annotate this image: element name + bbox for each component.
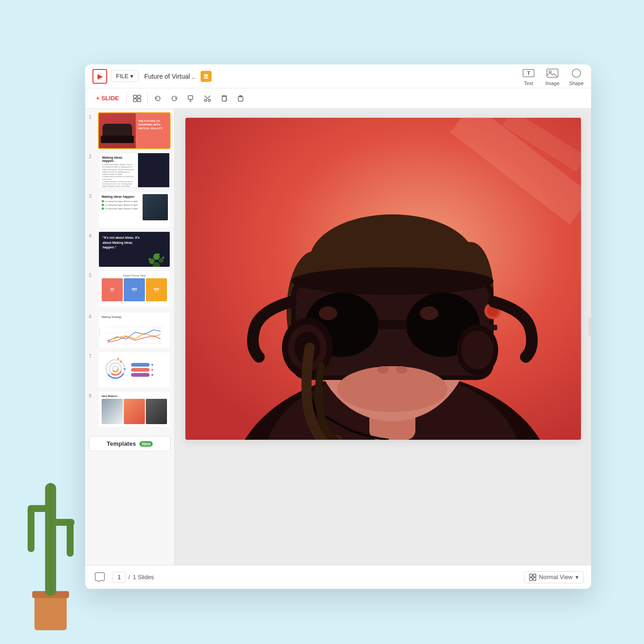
main-content-area: 1 THE FUTURE OF SHOPPING xyxy=(85,109,591,565)
redo-button[interactable] xyxy=(168,92,181,105)
slide-number-8: 8 xyxy=(89,391,95,398)
canvas-area xyxy=(175,109,591,565)
bottom-bar: / 1 Slides Normal View ▾ xyxy=(85,565,591,589)
slide-thumbnail-5[interactable]: Simple Pricing Table $0Free $90Pro $99Te… xyxy=(98,270,171,307)
svg-point-46 xyxy=(120,361,122,362)
format-paint-button[interactable] xyxy=(184,92,197,105)
svg-rect-22 xyxy=(188,96,193,99)
image-tool-label: Image xyxy=(546,80,560,86)
shape-tool-label: Shape xyxy=(569,80,584,86)
copy-button[interactable] xyxy=(218,92,230,105)
svg-rect-80 xyxy=(533,578,536,581)
side-icon-6[interactable]: ↔ xyxy=(98,328,100,337)
document-title: Future of Virtual .. xyxy=(144,73,195,80)
slide-background xyxy=(185,118,581,440)
slide-number-7: 7 xyxy=(89,351,95,359)
svg-rect-21 xyxy=(138,99,141,102)
text-tool-button[interactable]: T Text xyxy=(521,67,536,86)
page-indicator: / 1 Slides xyxy=(113,572,154,583)
normal-view-label: Normal View xyxy=(539,574,573,581)
svg-rect-12 xyxy=(204,77,208,79)
slide-thumbnail-7[interactable] xyxy=(98,351,171,388)
svg-point-45 xyxy=(124,368,126,370)
svg-point-73 xyxy=(461,331,494,369)
slide-number-5: 5 xyxy=(89,270,95,278)
normal-view-button[interactable]: Normal View ▾ xyxy=(524,571,584,583)
svg-rect-3 xyxy=(28,506,34,552)
file-label: FILE xyxy=(116,73,128,80)
svg-rect-78 xyxy=(533,574,536,577)
main-slide-canvas[interactable] xyxy=(185,118,581,440)
app-window: ▶ FILE ▾ Future of Virtual .. T T xyxy=(85,64,591,589)
main-toolbar: ▶ FILE ▾ Future of Virtual .. T T xyxy=(85,64,591,88)
slide-thumbnail-2[interactable]: Making Ideas happen. Is making ideas hap… xyxy=(98,152,171,189)
slide-number-3: 3 xyxy=(89,191,95,199)
toolbar-right-items: T Text Image xyxy=(521,67,584,86)
slide-thumbnail-3[interactable]: Making Ideas happen It is making ideas h… xyxy=(98,191,171,228)
slide-number-4: 4 xyxy=(89,231,95,238)
secondary-toolbar: + SLIDE xyxy=(85,88,591,109)
slide-thumbnail-4[interactable]: "It's not about Ideas. It's about Making… xyxy=(98,231,171,268)
svg-point-47 xyxy=(117,358,119,360)
slide-item[interactable]: 7 xyxy=(85,351,174,388)
svg-rect-0 xyxy=(34,593,67,630)
svg-point-64 xyxy=(420,306,438,320)
svg-rect-11 xyxy=(204,74,208,77)
svg-point-63 xyxy=(319,306,337,320)
slide-item[interactable]: 3 Making Ideas happen It is making ideas… xyxy=(85,191,174,228)
svg-point-34 xyxy=(158,253,160,255)
svg-point-24 xyxy=(208,99,210,101)
toolbar-divider2 xyxy=(147,93,148,104)
slide-thumbnail-8[interactable]: Idea Makers xyxy=(98,391,171,428)
text-icon: T xyxy=(521,67,536,80)
file-menu-button[interactable]: FILE ▾ xyxy=(111,70,138,82)
undo-button[interactable] xyxy=(151,92,164,105)
slide-thumbnail-1[interactable]: THE FUTURE OF SHOPPING WITH VIRTUAL REAL… xyxy=(98,112,171,149)
file-dropdown-icon: ▾ xyxy=(130,73,133,80)
svg-point-33 xyxy=(162,257,164,259)
app-logo[interactable]: ▶ xyxy=(92,69,107,84)
svg-rect-77 xyxy=(529,574,532,577)
slide-item[interactable]: 4 "It's not about Ideas. It's about Maki… xyxy=(85,231,174,268)
shape-icon xyxy=(569,67,584,80)
svg-point-17 xyxy=(572,69,581,77)
panel-resize-handle[interactable] xyxy=(588,317,591,336)
current-page-input[interactable] xyxy=(113,572,126,583)
total-pages: 1 Slides xyxy=(133,574,154,581)
shape-tool-button[interactable]: Shape xyxy=(569,67,584,86)
svg-point-76 xyxy=(396,366,407,374)
image-icon xyxy=(545,67,560,80)
svg-point-60 xyxy=(291,267,494,295)
image-tool-button[interactable]: Image xyxy=(545,67,560,86)
svg-rect-65 xyxy=(378,320,407,329)
svg-text:T: T xyxy=(527,70,530,76)
svg-point-75 xyxy=(378,366,389,374)
text-tool-label: Text xyxy=(524,80,533,86)
svg-rect-4 xyxy=(28,505,53,512)
slide-item[interactable]: 1 THE FUTURE OF SHOPPING xyxy=(85,112,174,149)
slide-number-1: 1 xyxy=(89,112,95,120)
slide-thumbnail-6[interactable]: Making Strategy ↔ xyxy=(98,312,171,349)
vr-scene-svg xyxy=(185,118,581,440)
templates-label: Templates xyxy=(107,440,136,447)
save-icon[interactable] xyxy=(201,71,212,82)
templates-panel-button[interactable]: Templates New xyxy=(85,432,174,453)
svg-point-74 xyxy=(337,366,448,412)
cut-button[interactable] xyxy=(201,92,214,105)
paste-button[interactable] xyxy=(234,92,247,105)
comment-button[interactable] xyxy=(92,570,107,585)
svg-rect-79 xyxy=(529,578,532,581)
layout-view-button[interactable] xyxy=(131,92,144,105)
cactus-decoration xyxy=(14,437,87,644)
svg-rect-20 xyxy=(133,99,137,102)
add-slide-button[interactable]: + SLIDE xyxy=(92,93,123,104)
slide-panel: 1 THE FUTURE OF SHOPPING xyxy=(85,109,175,565)
slide-item[interactable]: 6 Making Strategy ↔ xyxy=(85,312,174,349)
svg-point-32 xyxy=(149,258,150,260)
slide-item[interactable]: 2 Making Ideas happen. Is making ideas h… xyxy=(85,152,174,189)
svg-rect-18 xyxy=(133,95,137,98)
svg-rect-6 xyxy=(48,519,75,526)
slide-item[interactable]: 8 Idea Makers xyxy=(85,391,174,428)
svg-point-23 xyxy=(204,99,207,101)
templates-new-badge: New xyxy=(139,441,153,447)
